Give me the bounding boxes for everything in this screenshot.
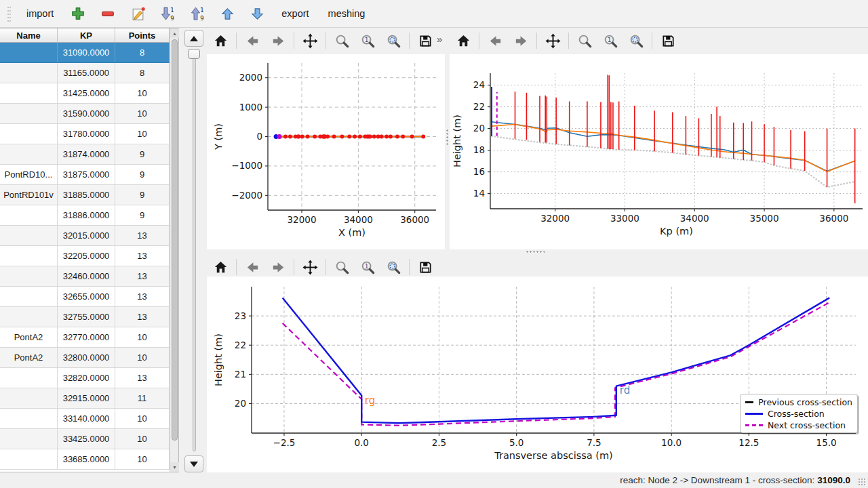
name-cell[interactable] — [0, 449, 58, 470]
next-section-button[interactable] — [184, 455, 203, 472]
table-row[interactable]: 31886.00009 — [0, 205, 178, 226]
name-cell[interactable] — [0, 226, 58, 246]
forward-button[interactable] — [266, 30, 290, 52]
table-row[interactable]: 31090.00008 — [0, 43, 178, 63]
points-cell[interactable]: 13 — [115, 226, 170, 246]
name-cell[interactable] — [0, 409, 58, 429]
zoom-button[interactable] — [330, 30, 354, 52]
name-cell[interactable] — [0, 368, 58, 388]
points-cell[interactable]: 9 — [115, 205, 170, 226]
table-row[interactable]: 32820.000013 — [0, 368, 178, 388]
name-cell[interactable] — [0, 429, 58, 449]
home-button[interactable] — [451, 30, 475, 52]
kp-cell[interactable]: 31874.0000 — [58, 144, 115, 165]
name-cell[interactable]: PontA2 — [0, 348, 58, 368]
import-button[interactable]: import — [22, 5, 58, 22]
cross-section-chart[interactable]: −2.50.02.55.07.510.012.515.020212223Tran… — [207, 277, 868, 472]
profile-chart[interactable]: 3200033000340003500036000141618202224Kp … — [450, 54, 868, 249]
name-cell[interactable] — [0, 266, 58, 287]
name-cell[interactable] — [0, 388, 58, 409]
points-cell[interactable]: 9 — [115, 165, 170, 185]
zoom-fit-button[interactable] — [381, 256, 406, 278]
column-header-points[interactable]: Points — [115, 28, 170, 42]
table-row[interactable]: 32015.000013 — [0, 226, 178, 246]
save-button[interactable] — [413, 30, 437, 52]
back-button[interactable] — [483, 30, 507, 52]
name-cell[interactable] — [0, 287, 58, 307]
points-cell[interactable]: 8 — [115, 63, 170, 83]
kp-cell[interactable]: 31885.0000 — [58, 185, 115, 205]
table-row[interactable]: 31425.000010 — [0, 83, 178, 104]
table-row[interactable]: 31780.000010 — [0, 124, 178, 144]
kp-cell[interactable]: 32755.0000 — [58, 307, 115, 327]
kp-cell[interactable]: 33425.0000 — [58, 429, 115, 449]
zoom-button[interactable] — [572, 30, 597, 52]
kp-cell[interactable]: 31875.0000 — [58, 165, 115, 185]
zoom-fit-button[interactable] — [624, 30, 648, 52]
forward-button[interactable] — [509, 30, 533, 52]
table-row[interactable]: 31874.00009 — [0, 144, 178, 165]
meshing-button[interactable]: meshing — [324, 5, 370, 22]
kp-cell[interactable]: 32820.0000 — [58, 368, 115, 388]
save-button[interactable] — [413, 256, 437, 278]
points-cell[interactable]: 13 — [115, 287, 170, 307]
table-row[interactable]: 32205.000013 — [0, 246, 178, 266]
kp-cell[interactable]: 32770.0000 — [58, 327, 115, 348]
plan-view-chart[interactable]: 320003400036000−2000−1000010002000X (m)Y… — [207, 54, 445, 249]
table-row[interactable]: 33425.000010 — [0, 429, 178, 449]
zoom-one-button[interactable]: 1 — [598, 30, 623, 52]
points-cell[interactable]: 11 — [115, 388, 170, 409]
kp-cell[interactable]: 33140.0000 — [58, 409, 115, 429]
table-row[interactable]: PontRD10...31875.00009 — [0, 165, 178, 185]
home-button[interactable] — [208, 256, 233, 278]
export-button[interactable]: export — [277, 5, 313, 22]
move-down-button[interactable] — [248, 4, 267, 23]
sort-ascending-button[interactable]: 1 9 — [188, 4, 207, 23]
points-cell[interactable]: 13 — [115, 307, 170, 327]
points-cell[interactable]: 9 — [115, 144, 170, 165]
toolbar-grip[interactable] — [7, 5, 12, 22]
pan-button[interactable] — [298, 256, 322, 278]
table-row[interactable]: 32755.000013 — [0, 307, 178, 327]
move-up-button[interactable] — [218, 4, 237, 23]
points-cell[interactable]: 8 — [115, 43, 170, 63]
table-scrollbar[interactable]: ▲ ▼ — [170, 28, 178, 472]
vertical-splitter[interactable] — [445, 54, 450, 249]
back-button[interactable] — [240, 256, 264, 278]
toolbar-overflow-chevron[interactable]: » — [437, 33, 442, 45]
points-cell[interactable]: 9 — [115, 185, 170, 205]
name-cell[interactable] — [0, 43, 58, 63]
kp-cell[interactable]: 32015.0000 — [58, 226, 115, 246]
remove-cross-section-button[interactable] — [98, 4, 117, 23]
name-cell[interactable] — [0, 144, 58, 165]
zoom-one-button[interactable]: 1 — [355, 256, 380, 278]
name-cell[interactable] — [0, 205, 58, 226]
previous-section-button[interactable] — [184, 30, 203, 47]
horizontal-splitter[interactable] — [207, 249, 868, 254]
table-row[interactable]: 32915.000011 — [0, 388, 178, 409]
forward-button[interactable] — [266, 256, 290, 278]
kp-cell[interactable]: 31780.0000 — [58, 124, 115, 144]
points-cell[interactable]: 10 — [115, 83, 170, 104]
name-cell[interactable] — [0, 104, 58, 124]
table-row[interactable]: PontRD101v31885.00009 — [0, 185, 178, 205]
pan-button[interactable] — [540, 30, 565, 52]
home-button[interactable] — [208, 30, 233, 52]
kp-cell[interactable]: 32915.0000 — [58, 388, 115, 409]
points-cell[interactable]: 10 — [115, 348, 170, 368]
resize-grip[interactable] — [858, 478, 866, 486]
kp-cell[interactable]: 32460.0000 — [58, 266, 115, 287]
kp-cell[interactable]: 31165.0000 — [58, 63, 115, 83]
kp-cell[interactable]: 31886.0000 — [58, 205, 115, 226]
section-slider-handle[interactable] — [188, 49, 200, 59]
name-cell[interactable]: PontRD10... — [0, 165, 58, 185]
name-cell[interactable] — [0, 63, 58, 83]
zoom-fit-button[interactable] — [381, 30, 406, 52]
kp-cell[interactable]: 33685.0000 — [58, 449, 115, 470]
back-button[interactable] — [240, 30, 264, 52]
column-header-name[interactable]: Name — [0, 28, 58, 42]
kp-cell[interactable]: 31425.0000 — [58, 83, 115, 104]
table-row[interactable]: 33685.000010 — [0, 449, 178, 470]
name-cell[interactable] — [0, 246, 58, 266]
name-cell[interactable]: PontRD101v — [0, 185, 58, 205]
